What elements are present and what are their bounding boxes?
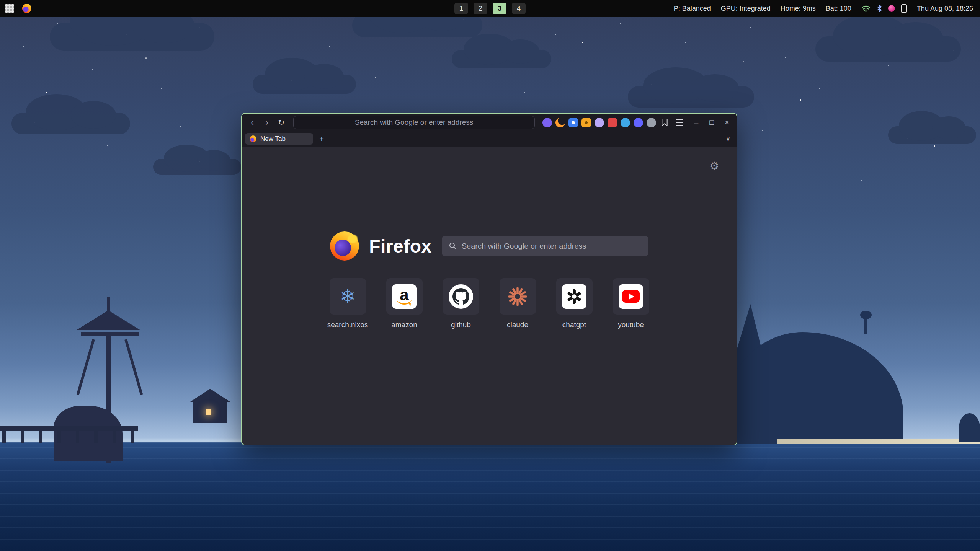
shortcut-label: chatgpt [562, 321, 586, 329]
tab-bar: New Tab + ∨ [242, 131, 737, 147]
desktop: 1 2 3 4 P: Balanced GPU: Integrated Home… [0, 0, 980, 551]
cloud [253, 75, 356, 94]
cloud [50, 23, 214, 51]
workspace-button-1[interactable]: 1 [454, 3, 468, 14]
extension-icon[interactable] [581, 118, 591, 127]
tab-title: New Tab [260, 135, 286, 143]
forward-button[interactable]: › [260, 116, 273, 129]
ocean-ripples [0, 447, 980, 543]
shortcut-tile [443, 278, 479, 315]
rock-right-edge [959, 413, 980, 442]
newtab-search-input[interactable] [462, 242, 642, 251]
workspace-button-2[interactable]: 2 [474, 3, 487, 14]
battery-indicator: Bat: 100 [826, 5, 851, 13]
shortcut-claude[interactable]: claude [499, 278, 536, 329]
statusbar-right: P: Balanced GPU: Integrated Home: 9ms Ba… [674, 4, 980, 13]
cloud [11, 113, 130, 134]
firefox-favicon [250, 135, 256, 142]
shortcut-label: search.nixos [327, 321, 368, 329]
shortcut-github[interactable]: github [442, 278, 480, 329]
app-launcher-icon[interactable] [5, 4, 14, 13]
pier-posts [2, 431, 138, 443]
close-button[interactable]: × [721, 117, 733, 128]
workspace-switcher: 1 2 3 4 [454, 3, 526, 14]
shortcut-search-nixos[interactable]: ❄ search.nixos [329, 278, 366, 329]
wifi-icon[interactable] [861, 5, 871, 12]
url-bar [293, 116, 535, 129]
shortcut-chatgpt[interactable]: chatgpt [555, 278, 593, 329]
newtab-page: ⚙ Firefox ❄ search.nixos [242, 147, 737, 445]
island-beach [777, 439, 980, 444]
openai-knot-icon [562, 284, 586, 309]
hut-window-light [206, 409, 211, 415]
status-bar: 1 2 3 4 P: Balanced GPU: Integrated Home… [0, 0, 980, 17]
app-menu-button[interactable] [673, 116, 685, 129]
extension-icon[interactable] [634, 118, 643, 127]
power-profile-indicator: P: Balanced [674, 5, 711, 13]
github-octocat-icon [449, 284, 473, 309]
shortcut-youtube[interactable]: youtube [612, 278, 650, 329]
firefox-wordmark: Firefox [369, 236, 432, 257]
extension-icon[interactable] [568, 118, 578, 127]
new-tab-button[interactable]: + [316, 134, 327, 144]
extension-icon[interactable] [608, 118, 617, 127]
list-tabs-chevron-icon[interactable]: ∨ [723, 134, 733, 144]
url-input[interactable] [294, 116, 534, 129]
reload-button[interactable]: ↻ [275, 116, 288, 129]
extension-icon[interactable] [555, 118, 565, 127]
shortcut-label: github [451, 321, 471, 329]
tray-app-icon[interactable] [888, 5, 895, 12]
browser-toolbar: ‹ › ↻ [242, 114, 737, 131]
cloud [888, 126, 976, 144]
shortcut-tile [613, 278, 649, 315]
newtab-hero: Firefox [242, 147, 737, 261]
shortcut-tile: a [386, 278, 423, 315]
pier-silhouette [0, 426, 138, 431]
nixos-snowflake-icon: ❄ [340, 287, 355, 306]
bluetooth-icon[interactable] [877, 4, 882, 13]
maximize-button[interactable]: □ [706, 117, 717, 128]
workspace-button-4[interactable]: 4 [512, 3, 526, 14]
clock: Thu Aug 08, 18:26 [917, 5, 973, 13]
cloud [628, 86, 754, 108]
personalize-gear-icon[interactable]: ⚙ [709, 160, 719, 172]
shortcut-amazon[interactable]: a amazon [385, 278, 423, 329]
gpu-indicator: GPU: Integrated [721, 5, 771, 13]
shortcut-label: amazon [391, 321, 417, 329]
extension-icon[interactable] [542, 118, 552, 127]
claude-starburst-icon [508, 287, 528, 306]
extension-icon[interactable] [647, 118, 656, 127]
phone-icon[interactable] [901, 4, 907, 13]
firefox-logo [330, 231, 359, 261]
youtube-play-icon [619, 284, 643, 309]
amazon-icon: a [392, 284, 416, 309]
save-page-icon[interactable] [660, 118, 669, 127]
extension-icon[interactable] [595, 118, 604, 127]
extension-icon[interactable] [621, 118, 630, 127]
cloud [352, 13, 482, 37]
window-controls: – □ × [691, 117, 733, 128]
firefox-tray-icon[interactable] [22, 4, 31, 13]
shortcut-tile: ❄ [330, 278, 366, 315]
extension-toolbar [542, 118, 669, 127]
cloud [815, 36, 961, 62]
back-button[interactable]: ‹ [246, 116, 259, 129]
search-icon [449, 242, 457, 250]
shortcut-row: ❄ search.nixos a amazon [242, 278, 737, 329]
shortcut-label: claude [507, 321, 528, 329]
system-tray [861, 4, 907, 13]
firefox-window: ‹ › ↻ [241, 113, 737, 445]
island-tree [864, 317, 867, 334]
workspace-button-3[interactable]: 3 [493, 3, 506, 14]
newtab-search-bar [442, 236, 648, 256]
shortcut-label: youtube [618, 321, 644, 329]
statusbar-left [0, 4, 31, 13]
shortcut-tile [500, 278, 536, 315]
latency-indicator: Home: 9ms [781, 5, 816, 13]
shortcut-tile [556, 278, 593, 315]
tab-new-tab[interactable]: New Tab [245, 133, 313, 145]
amazon-smile-arrow [397, 300, 412, 305]
cloud [452, 50, 551, 68]
minimize-button[interactable]: – [691, 117, 702, 128]
cloud [153, 159, 241, 175]
